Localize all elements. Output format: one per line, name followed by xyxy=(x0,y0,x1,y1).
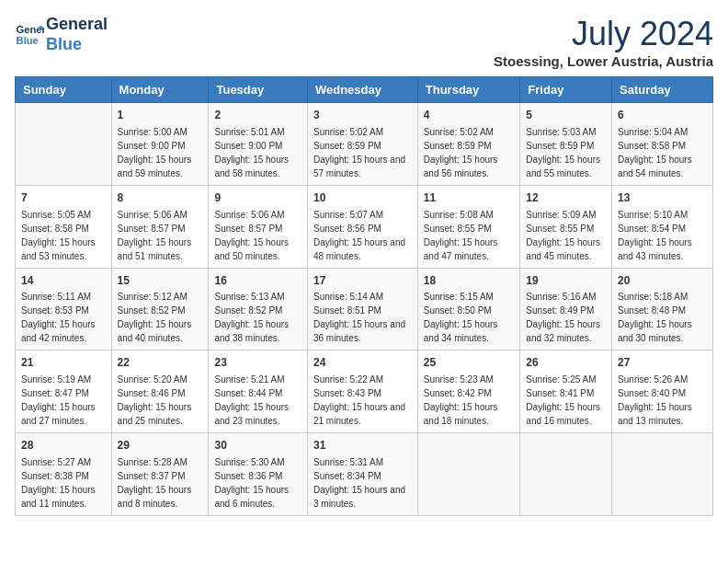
day-number: 16 xyxy=(214,273,301,289)
cell-sun-info: Sunrise: 5:10 AMSunset: 8:54 PMDaylight:… xyxy=(618,208,707,263)
day-number: 17 xyxy=(313,273,412,289)
calendar-cell: 30Sunrise: 5:30 AMSunset: 8:36 PMDayligh… xyxy=(209,433,308,516)
cell-sun-info: Sunrise: 5:05 AMSunset: 8:58 PMDaylight:… xyxy=(21,208,106,263)
location-subtitle: Stoessing, Lower Austria, Austria xyxy=(494,53,713,69)
cell-sun-info: Sunrise: 5:28 AMSunset: 8:37 PMDaylight:… xyxy=(118,455,203,511)
calendar-cell: 19Sunrise: 5:16 AMSunset: 8:49 PMDayligh… xyxy=(520,268,612,350)
calendar-cell: 12Sunrise: 5:09 AMSunset: 8:55 PMDayligh… xyxy=(520,185,612,268)
cell-sun-info: Sunrise: 5:19 AMSunset: 8:47 PMDaylight:… xyxy=(21,373,106,428)
calendar-cell: 22Sunrise: 5:20 AMSunset: 8:46 PMDayligh… xyxy=(111,350,209,433)
calendar-cell: 26Sunrise: 5:25 AMSunset: 8:41 PMDayligh… xyxy=(520,350,612,433)
cell-sun-info: Sunrise: 5:15 AMSunset: 8:50 PMDaylight:… xyxy=(424,290,515,345)
day-number: 31 xyxy=(313,438,412,454)
page-header: General Blue General Blue July 2024 Stoe… xyxy=(15,15,713,69)
weekday-header-saturday: Saturday xyxy=(612,77,713,103)
calendar-week-row: 28Sunrise: 5:27 AMSunset: 8:38 PMDayligh… xyxy=(16,433,713,516)
calendar-cell: 8Sunrise: 5:06 AMSunset: 8:57 PMDaylight… xyxy=(111,185,209,268)
svg-text:General: General xyxy=(17,24,44,35)
svg-text:Blue: Blue xyxy=(17,35,39,46)
cell-sun-info: Sunrise: 5:01 AMSunset: 9:00 PMDaylight:… xyxy=(214,125,301,180)
cell-sun-info: Sunrise: 5:13 AMSunset: 8:52 PMDaylight:… xyxy=(214,290,301,345)
calendar-cell: 16Sunrise: 5:13 AMSunset: 8:52 PMDayligh… xyxy=(209,268,308,350)
logo-icon: General Blue xyxy=(15,20,44,50)
cell-sun-info: Sunrise: 5:26 AMSunset: 8:40 PMDaylight:… xyxy=(618,373,707,428)
day-number: 20 xyxy=(618,273,707,289)
cell-sun-info: Sunrise: 5:16 AMSunset: 8:49 PMDaylight:… xyxy=(526,290,606,345)
cell-sun-info: Sunrise: 5:02 AMSunset: 8:59 PMDaylight:… xyxy=(313,125,412,180)
cell-sun-info: Sunrise: 5:04 AMSunset: 8:58 PMDaylight:… xyxy=(618,125,707,180)
day-number: 12 xyxy=(526,190,606,206)
logo-text-line1: General xyxy=(46,15,108,35)
logo-text-line2: Blue xyxy=(46,35,108,55)
calendar-cell: 5Sunrise: 5:03 AMSunset: 8:59 PMDaylight… xyxy=(520,103,612,186)
calendar-cell: 17Sunrise: 5:14 AMSunset: 8:51 PMDayligh… xyxy=(307,268,417,350)
day-number: 19 xyxy=(526,273,606,289)
day-number: 10 xyxy=(313,190,412,206)
weekday-header-thursday: Thursday xyxy=(417,77,520,103)
day-number: 2 xyxy=(214,108,301,123)
calendar-cell: 18Sunrise: 5:15 AMSunset: 8:50 PMDayligh… xyxy=(417,268,520,350)
calendar-cell xyxy=(16,103,112,186)
calendar-cell: 4Sunrise: 5:02 AMSunset: 8:59 PMDaylight… xyxy=(417,103,520,186)
calendar-table: SundayMondayTuesdayWednesdayThursdayFrid… xyxy=(15,76,713,516)
day-number: 3 xyxy=(313,108,412,123)
day-number: 6 xyxy=(618,108,707,123)
cell-sun-info: Sunrise: 5:25 AMSunset: 8:41 PMDaylight:… xyxy=(526,373,606,428)
weekday-header-friday: Friday xyxy=(520,77,612,103)
calendar-cell: 10Sunrise: 5:07 AMSunset: 8:56 PMDayligh… xyxy=(307,185,417,268)
day-number: 1 xyxy=(118,108,203,123)
day-number: 22 xyxy=(118,355,203,371)
calendar-cell: 2Sunrise: 5:01 AMSunset: 9:00 PMDaylight… xyxy=(209,103,308,186)
day-number: 15 xyxy=(118,273,203,289)
day-number: 21 xyxy=(21,355,106,371)
calendar-cell xyxy=(520,433,612,516)
calendar-cell: 7Sunrise: 5:05 AMSunset: 8:58 PMDaylight… xyxy=(16,185,112,268)
calendar-cell: 28Sunrise: 5:27 AMSunset: 8:38 PMDayligh… xyxy=(16,433,112,516)
cell-sun-info: Sunrise: 5:00 AMSunset: 9:00 PMDaylight:… xyxy=(118,125,203,180)
cell-sun-info: Sunrise: 5:14 AMSunset: 8:51 PMDaylight:… xyxy=(313,290,412,345)
calendar-cell: 3Sunrise: 5:02 AMSunset: 8:59 PMDaylight… xyxy=(307,103,417,186)
day-number: 18 xyxy=(424,273,515,289)
day-number: 11 xyxy=(424,190,515,206)
cell-sun-info: Sunrise: 5:09 AMSunset: 8:55 PMDaylight:… xyxy=(526,208,606,263)
day-number: 4 xyxy=(424,108,515,123)
calendar-cell: 20Sunrise: 5:18 AMSunset: 8:48 PMDayligh… xyxy=(612,268,713,350)
cell-sun-info: Sunrise: 5:07 AMSunset: 8:56 PMDaylight:… xyxy=(313,208,412,263)
title-section: July 2024 Stoessing, Lower Austria, Aust… xyxy=(494,15,713,69)
day-number: 30 xyxy=(214,438,301,454)
calendar-cell: 31Sunrise: 5:31 AMSunset: 8:34 PMDayligh… xyxy=(307,433,417,516)
day-number: 24 xyxy=(313,355,412,371)
weekday-header-wednesday: Wednesday xyxy=(307,77,417,103)
calendar-cell: 21Sunrise: 5:19 AMSunset: 8:47 PMDayligh… xyxy=(16,350,112,433)
day-number: 26 xyxy=(526,355,606,371)
cell-sun-info: Sunrise: 5:12 AMSunset: 8:52 PMDaylight:… xyxy=(118,290,203,345)
weekday-header-tuesday: Tuesday xyxy=(209,77,308,103)
cell-sun-info: Sunrise: 5:21 AMSunset: 8:44 PMDaylight:… xyxy=(214,373,301,428)
calendar-week-row: 7Sunrise: 5:05 AMSunset: 8:58 PMDaylight… xyxy=(16,185,713,268)
calendar-cell xyxy=(612,433,713,516)
calendar-cell: 25Sunrise: 5:23 AMSunset: 8:42 PMDayligh… xyxy=(417,350,520,433)
calendar-cell: 23Sunrise: 5:21 AMSunset: 8:44 PMDayligh… xyxy=(209,350,308,433)
cell-sun-info: Sunrise: 5:02 AMSunset: 8:59 PMDaylight:… xyxy=(424,125,515,180)
day-number: 9 xyxy=(214,190,301,206)
calendar-header-row: SundayMondayTuesdayWednesdayThursdayFrid… xyxy=(16,77,713,103)
calendar-week-row: 14Sunrise: 5:11 AMSunset: 8:53 PMDayligh… xyxy=(16,268,713,350)
calendar-cell: 29Sunrise: 5:28 AMSunset: 8:37 PMDayligh… xyxy=(111,433,209,516)
day-number: 14 xyxy=(21,273,106,289)
calendar-cell: 9Sunrise: 5:06 AMSunset: 8:57 PMDaylight… xyxy=(209,185,308,268)
calendar-cell: 13Sunrise: 5:10 AMSunset: 8:54 PMDayligh… xyxy=(612,185,713,268)
calendar-cell: 6Sunrise: 5:04 AMSunset: 8:58 PMDaylight… xyxy=(612,103,713,186)
day-number: 8 xyxy=(118,190,203,206)
cell-sun-info: Sunrise: 5:23 AMSunset: 8:42 PMDaylight:… xyxy=(424,373,515,428)
cell-sun-info: Sunrise: 5:03 AMSunset: 8:59 PMDaylight:… xyxy=(526,125,606,180)
calendar-cell: 15Sunrise: 5:12 AMSunset: 8:52 PMDayligh… xyxy=(111,268,209,350)
logo: General Blue General Blue xyxy=(15,15,108,54)
calendar-cell: 27Sunrise: 5:26 AMSunset: 8:40 PMDayligh… xyxy=(612,350,713,433)
cell-sun-info: Sunrise: 5:30 AMSunset: 8:36 PMDaylight:… xyxy=(214,455,301,511)
cell-sun-info: Sunrise: 5:18 AMSunset: 8:48 PMDaylight:… xyxy=(618,290,707,345)
day-number: 28 xyxy=(21,438,106,454)
cell-sun-info: Sunrise: 5:06 AMSunset: 8:57 PMDaylight:… xyxy=(214,208,301,263)
month-year-title: July 2024 xyxy=(494,15,713,53)
weekday-header-sunday: Sunday xyxy=(16,77,112,103)
cell-sun-info: Sunrise: 5:06 AMSunset: 8:57 PMDaylight:… xyxy=(118,208,203,263)
